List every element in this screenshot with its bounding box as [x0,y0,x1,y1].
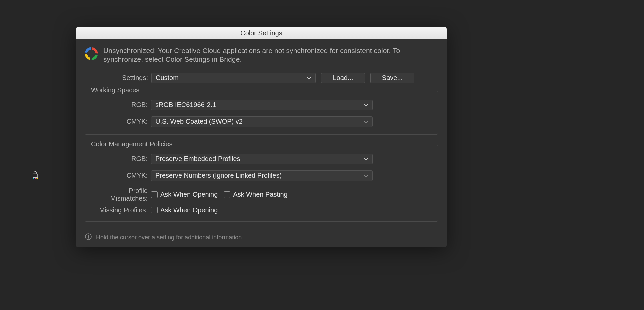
chevron-down-icon [364,103,368,107]
missing-label: Missing Profiles: [90,206,151,214]
chevron-down-icon [364,119,368,124]
missing-open-label: Ask When Opening [160,206,218,214]
info-icon [85,233,92,242]
missing-open-item: Ask When Opening [151,206,218,214]
policies-legend: Color Management Policies [89,140,175,148]
settings-dropdown[interactable]: Custom [151,73,316,83]
ws-cmyk-dropdown[interactable]: U.S. Web Coated (SWOP) v2 [151,116,373,127]
color-settings-dialog: Color Settings Unsynchronized: Your Crea… [76,27,447,247]
ws-rgb-label: RGB: [90,101,151,109]
sync-status-row: Unsynchronized: Your Creative Cloud appl… [85,46,438,64]
dialog-body: Unsynchronized: Your Creative Cloud appl… [76,39,447,247]
svg-rect-3 [33,178,34,179]
lock-icon [32,170,39,181]
ws-cmyk-value: U.S. Web Coated (SWOP) v2 [155,118,243,125]
sync-status-icon [85,47,98,60]
missing-open-checkbox[interactable] [151,207,158,213]
svg-rect-4 [35,178,36,179]
chevron-down-icon [307,76,311,80]
pol-cmyk-value: Preserve Numbers (Ignore Linked Profiles… [155,172,282,179]
policies-group: Color Management Policies RGB: Preserve … [85,145,438,222]
settings-label: Settings: [85,74,151,82]
mismatch-paste-checkbox[interactable] [224,191,230,198]
pol-rgb-value: Preserve Embedded Profiles [155,155,240,163]
pol-cmyk-dropdown[interactable]: Preserve Numbers (Ignore Linked Profiles… [151,170,373,181]
working-spaces-group: Working Spaces RGB: sRGB IEC61966-2.1 CM… [85,91,438,135]
mismatches-label: Profile Mismatches: [90,187,151,202]
save-button-label: Save... [382,74,403,82]
mismatch-open-label: Ask When Opening [160,191,218,198]
pol-cmyk-row: CMYK: Preserve Numbers (Ignore Linked Pr… [90,170,433,181]
ws-cmyk-row: CMYK: U.S. Web Coated (SWOP) v2 [90,116,433,127]
ws-rgb-dropdown[interactable]: sRGB IEC61966-2.1 [151,100,373,110]
mismatch-paste-item: Ask When Pasting [224,191,287,198]
pol-cmyk-label: CMYK: [90,172,151,179]
settings-row: Settings: Custom Load... Save... [85,73,438,83]
chevron-down-icon [364,157,368,161]
ws-cmyk-label: CMYK: [90,118,151,125]
missing-row: Missing Profiles: Ask When Opening [90,206,433,214]
working-spaces-legend: Working Spaces [89,86,141,94]
sync-status-text: Unsynchronized: Your Creative Cloud appl… [103,46,438,64]
mismatches-row: Profile Mismatches: Ask When Opening Ask… [90,187,433,202]
svg-rect-8 [88,236,89,238]
load-button-label: Load... [333,74,353,82]
chevron-down-icon [364,173,368,178]
mismatch-open-checkbox[interactable] [151,191,158,198]
svg-rect-2 [33,174,38,177]
pol-rgb-row: RGB: Preserve Embedded Profiles [90,154,433,164]
settings-dropdown-value: Custom [156,74,179,82]
dialog-title: Color Settings [240,29,282,37]
ws-rgb-value: sRGB IEC61966-2.1 [155,101,216,109]
save-button[interactable]: Save... [370,73,414,83]
load-button[interactable]: Load... [321,73,365,83]
pol-rgb-dropdown[interactable]: Preserve Embedded Profiles [151,154,373,164]
pol-rgb-label: RGB: [90,155,151,163]
ws-rgb-row: RGB: sRGB IEC61966-2.1 [90,100,433,110]
dialog-titlebar: Color Settings [76,27,447,39]
svg-rect-5 [37,178,38,179]
info-hint-row: Hold the cursor over a setting for addit… [85,232,438,247]
svg-point-7 [88,235,89,236]
info-hint-text: Hold the cursor over a setting for addit… [96,234,243,241]
mismatch-open-item: Ask When Opening [151,191,218,198]
mismatch-paste-label: Ask When Pasting [233,191,287,198]
